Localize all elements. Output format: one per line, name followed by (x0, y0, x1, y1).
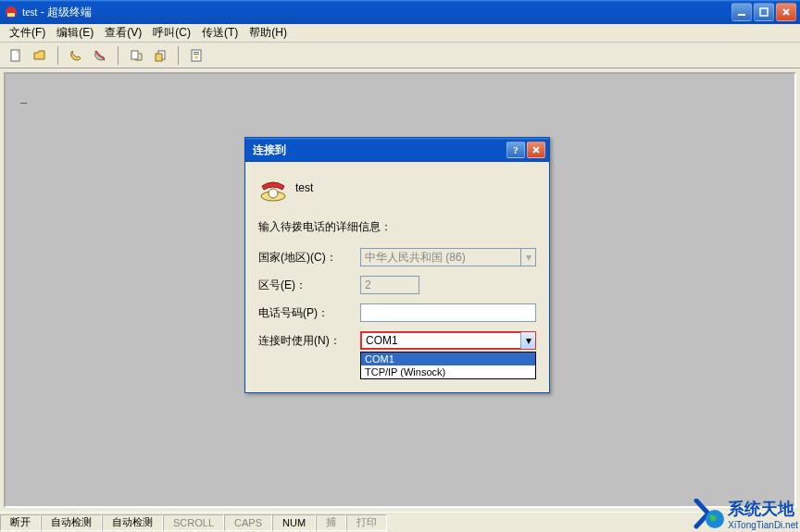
titlebar: test - 超级终端 (0, 0, 800, 24)
phone-icon (258, 173, 288, 203)
dialog-help-button[interactable]: ? (506, 142, 525, 158)
status-connection: 断开 (0, 514, 41, 531)
svg-point-13 (269, 189, 278, 198)
svg-rect-1 (7, 13, 15, 17)
open-icon[interactable] (30, 45, 50, 66)
dropdown-option-com1[interactable]: COM1 (361, 353, 535, 365)
window-title: test - 超级终端 (22, 5, 731, 20)
status-num: NUM (272, 514, 316, 531)
svg-rect-10 (194, 54, 199, 55)
phone-label: 电话号码(P)： (258, 305, 360, 321)
toolbar-separator (57, 46, 58, 65)
area-code-row: 区号(E)： 2 (258, 276, 536, 294)
statusbar: 断开 自动检测 自动检测 SCROLL CAPS NUM 捕 打印 (0, 512, 800, 532)
terminal-cursor: _ (20, 91, 27, 104)
connect-using-dropdown: COM1 TCP/IP (Winsock) (360, 352, 536, 379)
dropdown-option-tcpip[interactable]: TCP/IP (Winsock) (361, 365, 535, 378)
watermark-name: 系统天地 (728, 498, 798, 520)
dialog-body: test 输入待拨电话的详细信息： 国家(地区)(C)： 中华人民共和国 (86… (245, 162, 549, 392)
country-combo: 中华人民共和国 (86) (360, 248, 536, 266)
menu-edit[interactable]: 编辑(E) (51, 23, 99, 43)
watermark: 系统天地 XiTongTianDi.net (693, 498, 798, 530)
hangup-icon[interactable] (90, 45, 110, 66)
phone-field[interactable] (360, 303, 536, 322)
status-detect1: 自动检测 (41, 514, 102, 531)
area-code-field: 2 (360, 276, 419, 294)
country-row: 国家(地区)(C)： 中华人民共和国 (86) ▾ (258, 248, 536, 266)
connect-dialog: 连接到 ? test 输入待拨电话的详细信息： 国家(地区)(C)： 中华人民共… (244, 137, 550, 393)
menu-view[interactable]: 查看(V) (99, 23, 147, 43)
watermark-url: XiTongTianDi.net (728, 520, 798, 530)
status-caps: CAPS (224, 514, 272, 531)
menu-file[interactable]: 文件(F) (4, 23, 51, 43)
menu-call[interactable]: 呼叫(C) (147, 23, 196, 43)
country-label: 国家(地区)(C)： (258, 250, 360, 266)
earth-icon (693, 499, 724, 530)
status-print: 打印 (346, 514, 387, 531)
menubar: 文件(F) 编辑(E) 查看(V) 呼叫(C) 传送(T) 帮助(H) (0, 24, 800, 43)
connect-using-label: 连接时使用(N)： (258, 333, 360, 349)
area-code-value: 2 (365, 278, 371, 291)
svg-rect-7 (156, 54, 162, 61)
toolbar (0, 43, 800, 68)
window-controls (731, 3, 796, 21)
toolbar-separator (118, 46, 119, 65)
dialog-close-button[interactable] (527, 142, 545, 158)
send-icon[interactable] (126, 45, 146, 66)
status-scroll: SCROLL (163, 514, 224, 531)
maximize-button[interactable] (754, 3, 774, 21)
dialog-header: test (258, 173, 536, 203)
svg-rect-3 (760, 8, 768, 16)
properties-icon[interactable] (186, 45, 206, 66)
minimize-button[interactable] (731, 3, 752, 21)
call-icon[interactable] (66, 45, 86, 66)
svg-rect-2 (738, 14, 745, 16)
connection-name: test (295, 181, 313, 194)
country-value: 中华人民共和国 (86) (365, 250, 466, 266)
area-code-label: 区号(E)： (258, 278, 360, 293)
new-icon[interactable] (6, 45, 26, 66)
connect-using-value: COM1 (366, 334, 398, 347)
chevron-down-icon: ▾ (520, 249, 535, 266)
svg-rect-9 (194, 52, 199, 53)
dialog-title: 连接到 (249, 142, 505, 158)
menu-transfer[interactable]: 传送(T) (196, 23, 244, 43)
receive-icon[interactable] (150, 45, 170, 66)
status-capture: 捕 (316, 514, 346, 531)
dialog-titlebar[interactable]: 连接到 ? (245, 138, 549, 162)
chevron-down-icon[interactable]: ▾ (520, 332, 535, 349)
connect-using-row: 连接时使用(N)： COM1 ▾ COM1 TCP/IP (Winsock) (258, 331, 536, 350)
toolbar-separator (178, 46, 179, 65)
menu-help[interactable]: 帮助(H) (244, 23, 293, 43)
close-button[interactable] (776, 3, 796, 21)
status-detect2: 自动检测 (102, 514, 163, 531)
dialog-instruction: 输入待拨电话的详细信息： (258, 219, 536, 235)
phone-row: 电话号码(P)： (258, 303, 536, 322)
svg-point-11 (194, 56, 198, 59)
svg-rect-5 (131, 51, 138, 59)
connect-using-combo[interactable]: COM1 (360, 331, 536, 350)
app-icon (4, 5, 19, 19)
